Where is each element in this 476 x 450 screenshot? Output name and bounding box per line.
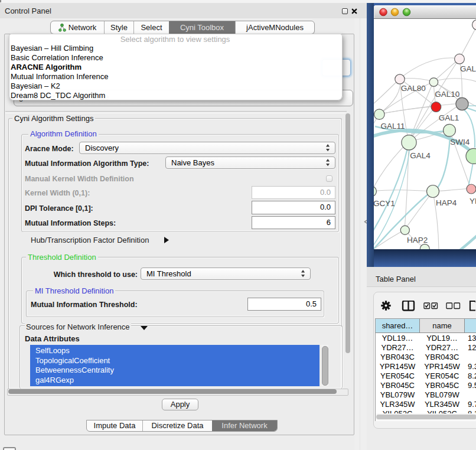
svg-text:GAL1: GAL1 xyxy=(439,113,459,122)
svg-text:GAL10: GAL10 xyxy=(435,90,459,99)
svg-text:HAP2: HAP2 xyxy=(407,236,428,244)
svg-text:GAL80: GAL80 xyxy=(401,84,426,93)
svg-text:GAL4: GAL4 xyxy=(410,151,431,160)
svg-text:YER: YER xyxy=(470,197,476,206)
svg-text:GCY1: GCY1 xyxy=(374,199,395,208)
svg-text:SWI4: SWI4 xyxy=(450,138,470,146)
svg-text:GAL11: GAL11 xyxy=(381,122,405,131)
svg-text:GAL7: GAL7 xyxy=(460,64,476,73)
svg-text:HAP4: HAP4 xyxy=(436,198,457,207)
